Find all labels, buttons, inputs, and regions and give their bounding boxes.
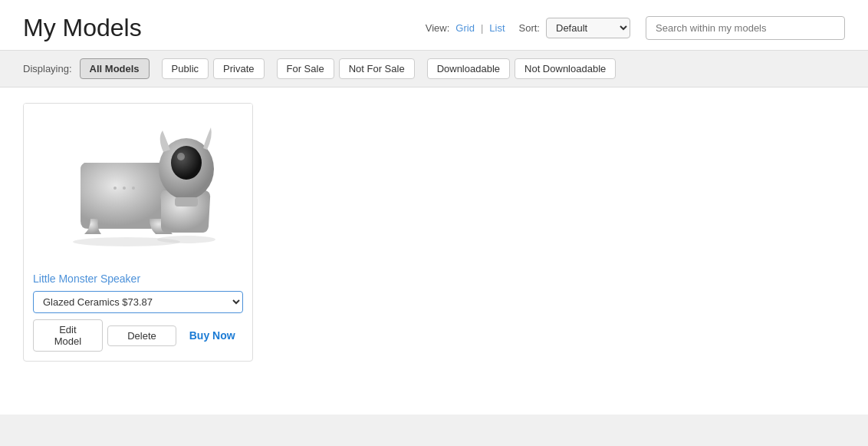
delete-model-button[interactable]: Delete (107, 325, 177, 346)
svg-point-3 (132, 187, 135, 190)
model-card: Little Monster Speaker Glazed Ceramics $… (23, 103, 253, 362)
view-label: View: (426, 22, 450, 34)
filter-public[interactable]: Public (162, 58, 209, 79)
filter-not-for-sale[interactable]: Not For Sale (339, 58, 415, 79)
filter-all-models[interactable]: All Models (80, 58, 150, 79)
search-input[interactable] (646, 16, 845, 40)
svg-rect-7 (175, 197, 198, 206)
models-grid: Little Monster Speaker Glazed Ceramics $… (0, 88, 868, 377)
view-list-link[interactable]: List (489, 22, 505, 34)
filter-bar: Displaying: All Models Public Private Fo… (0, 50, 868, 88)
svg-point-2 (123, 187, 126, 190)
model-actions: Edit Model Delete Buy Now (33, 319, 243, 352)
filter-for-sale[interactable]: For Sale (277, 58, 334, 79)
filter-private[interactable]: Private (213, 58, 264, 79)
filter-displaying-label: Displaying: (23, 63, 72, 74)
svg-point-6 (177, 153, 185, 160)
model-info: Little Monster Speaker Glazed Ceramics $… (24, 265, 252, 361)
model-title[interactable]: Little Monster Speaker (33, 273, 243, 285)
sort-select[interactable]: Default Newest Oldest Name A-Z Name Z-A (546, 18, 630, 38)
edit-model-button[interactable]: Edit Model (33, 319, 103, 352)
svg-point-8 (157, 236, 215, 243)
filter-downloadable[interactable]: Downloadable (427, 58, 510, 79)
svg-point-1 (113, 187, 117, 190)
svg-point-5 (171, 146, 202, 180)
view-grid-link[interactable]: Grid (455, 22, 475, 34)
view-separator: | (481, 22, 483, 34)
page-title: My Models (23, 14, 410, 42)
sort-label: Sort: (519, 22, 540, 34)
model-variant-select[interactable]: Glazed Ceramics $73.87 Raw Ceramics $60.… (33, 291, 243, 313)
filter-not-downloadable[interactable]: Not Downloadable (515, 58, 616, 79)
buy-now-button[interactable]: Buy Now (181, 325, 243, 345)
model-image (24, 104, 252, 265)
view-sort-controls: View: Grid | List Sort: Default Newest O… (426, 18, 630, 38)
